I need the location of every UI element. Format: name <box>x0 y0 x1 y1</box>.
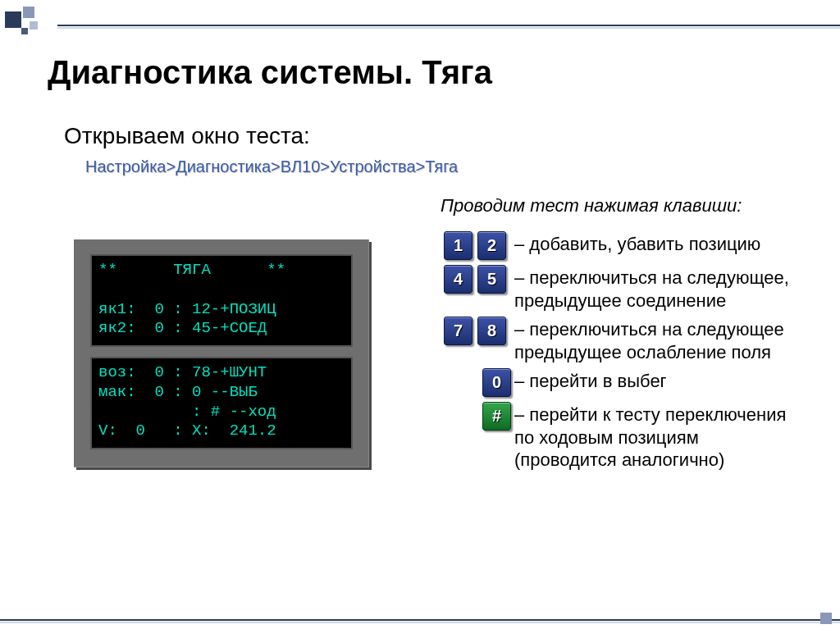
keycap-1[interactable]: 1 <box>444 231 472 260</box>
key-row: 0– перейти в выбег <box>444 368 797 397</box>
key-cell: 12 <box>444 231 514 260</box>
keycap-7[interactable]: 7 <box>444 317 472 345</box>
key-row: 45– переключиться на следующее, предыдущ… <box>444 265 797 312</box>
key-row: #– перейти к тесту переключения по ходов… <box>444 402 797 472</box>
keycap-0[interactable]: 0 <box>482 368 511 397</box>
bottom-corner-square <box>820 613 832 624</box>
key-description: – перейти к тесту переключения по ходовы… <box>514 402 797 472</box>
lcd-screen-bottom: воз: 0 : 78-+ШУНТ мак: 0 : 0 --ВЫБ : # -… <box>90 357 353 449</box>
key-row: 12– добавить, убавить позицию <box>444 231 797 260</box>
page-title: Диагностика системы. Тяга <box>48 54 492 91</box>
key-cell: 0 <box>444 368 514 397</box>
key-description: – переключиться на следующее, предыдущее… <box>514 265 797 312</box>
key-description: – переключиться на следующее предыдущее … <box>514 317 797 363</box>
slide-corner-decoration <box>5 5 54 54</box>
lcd-screen-top: ** ТЯГА ** як1: 0 : 12-+ПОЗИЦ як2: 0 : 4… <box>90 254 353 347</box>
bottom-rule-shadow <box>0 622 840 623</box>
key-instructions: 12– добавить, убавить позицию45– переклю… <box>444 231 797 476</box>
top-rule-shadow <box>57 27 840 29</box>
bottom-rule <box>0 619 840 621</box>
subtitle: Открываем окно теста: <box>64 123 310 149</box>
keycap-5[interactable]: 5 <box>477 265 506 294</box>
key-row: 78– переключиться на следующее предыдуще… <box>444 317 797 363</box>
key-cell: # <box>444 402 514 431</box>
keycap-4[interactable]: 4 <box>444 265 472 294</box>
instruction-text: Проводим тест нажимая клавиши: <box>441 195 742 217</box>
keycap-8[interactable]: 8 <box>477 317 506 345</box>
keycap-2[interactable]: 2 <box>477 231 506 260</box>
device-panel: ** ТЯГА ** як1: 0 : 12-+ПОЗИЦ як2: 0 : 4… <box>74 239 369 467</box>
key-description: – перейти в выбег <box>514 368 667 393</box>
key-description: – добавить, убавить позицию <box>514 231 760 256</box>
top-rule <box>57 25 840 26</box>
key-cell: 45 <box>444 265 514 294</box>
breadcrumb: Настройка>Диагностика>ВЛ10>Устройства>Тя… <box>85 157 458 176</box>
keycap-#[interactable]: # <box>482 402 511 431</box>
key-cell: 78 <box>444 317 514 345</box>
